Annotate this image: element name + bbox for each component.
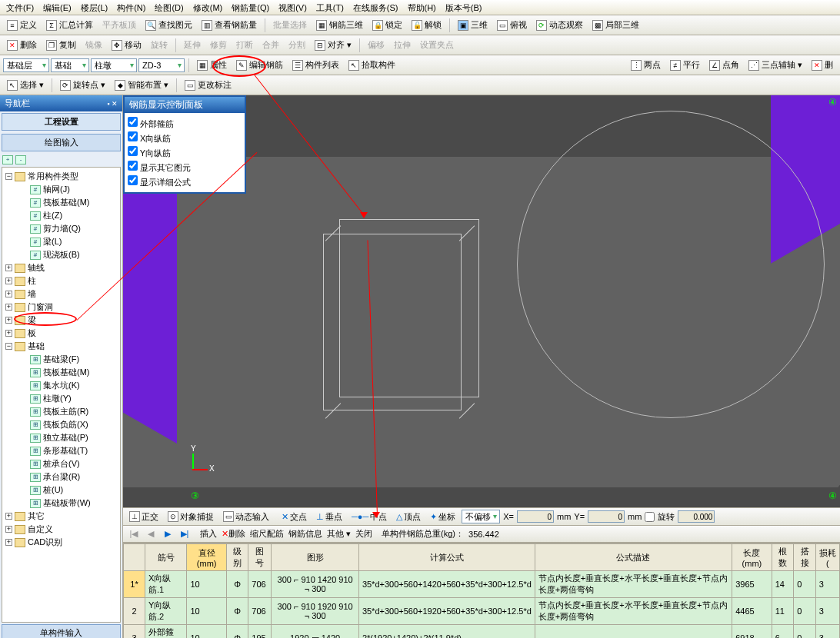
menu-item[interactable]: 楼层(L) bbox=[76, 0, 112, 15]
osnap-button[interactable]: ⊙对象捕捉 bbox=[165, 510, 217, 524]
rebar-3d-button[interactable]: ▦钢筋三维 bbox=[312, 17, 367, 33]
sum-button[interactable]: Σ汇总计算 bbox=[42, 17, 97, 33]
column-header[interactable]: 公式描述 bbox=[535, 544, 732, 571]
unlock-button[interactable]: 🔓解锁 bbox=[408, 17, 445, 33]
menu-item[interactable]: 钢筋量(Q) bbox=[227, 0, 274, 15]
comp-list-button[interactable]: ☰构件列表 bbox=[288, 57, 343, 73]
prev-button[interactable]: ◀ bbox=[145, 528, 157, 540]
local-3d-button[interactable]: ▩局部三维 bbox=[588, 17, 643, 33]
dyn-view-button[interactable]: ⟳动态观察 bbox=[532, 17, 587, 33]
trim-button[interactable]: 修剪 bbox=[206, 37, 231, 53]
offset-dropdown[interactable]: 不偏移 bbox=[462, 510, 500, 523]
tree-item[interactable]: ⊞桩(U) bbox=[18, 483, 120, 497]
tree-folder[interactable]: +门窗洞 bbox=[2, 301, 120, 314]
tree-item[interactable]: ⊞基础梁(F) bbox=[18, 353, 120, 366]
del-aux-button[interactable]: ✕删 bbox=[808, 57, 837, 73]
table-row[interactable]: 2Y向纵筋.210Φ706300 ⌐ 910 1920 910 ¬ 30035*… bbox=[124, 598, 840, 625]
expand-icon[interactable]: + bbox=[2, 155, 13, 164]
tree-item[interactable]: #现浇板(B) bbox=[18, 248, 120, 261]
rebar-filter-checkbox[interactable] bbox=[128, 161, 138, 171]
column-header[interactable]: 图号 bbox=[248, 544, 272, 571]
tree-item[interactable]: ⊞集水坑(K) bbox=[18, 379, 120, 392]
nav-panel-draw[interactable]: 绘图输入 bbox=[2, 134, 121, 151]
tree-folder[interactable]: +柱 bbox=[2, 274, 120, 287]
delete-row-button[interactable]: ✕删除 bbox=[222, 528, 245, 540]
menu-item[interactable]: 视图(V) bbox=[274, 0, 312, 15]
rebar-filter-checkbox[interactable] bbox=[128, 131, 138, 141]
rebar-filter-item[interactable]: 显示详细公式 bbox=[128, 174, 242, 189]
stretch-button[interactable]: 拉伸 bbox=[390, 37, 415, 53]
table-row[interactable]: 1*X向纵筋.110Φ706300 ⌐ 910 1420 910 ¬ 30035… bbox=[124, 571, 840, 598]
split-button[interactable]: 分割 bbox=[285, 37, 309, 53]
tree-folder[interactable]: +其它 bbox=[2, 510, 120, 523]
inter-snap[interactable]: ✕交点 bbox=[278, 510, 310, 524]
column-header[interactable]: 级别 bbox=[226, 544, 248, 571]
attr-button[interactable]: ▦属性 bbox=[193, 57, 231, 73]
x-input[interactable] bbox=[517, 510, 554, 523]
menu-item[interactable]: 编辑(E) bbox=[38, 0, 76, 15]
rebar-filter-checkbox[interactable] bbox=[128, 117, 138, 127]
copy-button[interactable]: ❐复制 bbox=[42, 37, 80, 53]
select-button[interactable]: ↖选择 ▾ bbox=[3, 77, 48, 93]
collapse-icon[interactable]: - bbox=[15, 155, 26, 164]
axis-snap[interactable]: ✦坐标 bbox=[427, 510, 458, 524]
first-button[interactable]: |◀ bbox=[128, 528, 140, 540]
next-button[interactable]: ▶ bbox=[162, 528, 174, 540]
close-table-button[interactable]: 关闭 bbox=[355, 528, 372, 540]
rebar-filter-item[interactable]: Y向纵筋 bbox=[128, 145, 242, 160]
smart-button[interactable]: ◆智能布置 ▾ bbox=[111, 77, 172, 93]
rot-pt-button[interactable]: ⟳旋转点 ▾ bbox=[56, 77, 109, 93]
column-header[interactable]: 长度(mm) bbox=[732, 544, 772, 571]
rebar-filter-item[interactable]: X向纵筋 bbox=[128, 131, 242, 145]
find-element-button[interactable]: 🔍查找图元 bbox=[142, 17, 196, 33]
merge-button[interactable]: 合并 bbox=[258, 37, 283, 53]
other-button[interactable]: 其他 ▾ bbox=[327, 528, 351, 540]
tree-item[interactable]: ⊞独立基础(P) bbox=[18, 431, 120, 444]
tree-item[interactable]: #剪力墙(Q) bbox=[18, 222, 120, 235]
menu-item[interactable]: 在线服务(S) bbox=[348, 0, 403, 15]
floor-dropdown[interactable]: 基础层 bbox=[3, 58, 49, 72]
column-header[interactable]: 根数 bbox=[772, 544, 794, 571]
view-rebar-qty-button[interactable]: ▥查看钢筋量 bbox=[198, 17, 261, 33]
menu-item[interactable]: 版本号(B) bbox=[441, 0, 487, 15]
rebar-filter-checkbox[interactable] bbox=[128, 175, 138, 185]
perp-snap[interactable]: ⊥垂点 bbox=[313, 510, 345, 524]
define-button[interactable]: ≡定义 bbox=[3, 17, 41, 33]
tree-jichu[interactable]: −基础 bbox=[2, 340, 120, 353]
pt-angle-button[interactable]: ∠点角 bbox=[705, 57, 743, 73]
pivot-button[interactable]: 设置夹点 bbox=[416, 37, 458, 53]
3d-view[interactable]: XY ③ ④ ④ 钢筋显示控制面板 外部箍筋 X向纵筋 Y向纵筋 显示其它图元 … bbox=[123, 95, 840, 507]
extend-button[interactable]: 延伸 bbox=[180, 37, 205, 53]
mid-snap[interactable]: ─●─中点 bbox=[348, 510, 390, 524]
align2-button[interactable]: ⊟对齐 ▾ bbox=[311, 37, 355, 53]
column-header[interactable]: 图形 bbox=[272, 544, 358, 571]
align-button[interactable]: 平齐板顶 bbox=[98, 17, 140, 33]
tree-item[interactable]: #筏板基础(M) bbox=[18, 196, 120, 209]
column-header[interactable]: 筋号 bbox=[145, 544, 187, 571]
menu-item[interactable]: 帮助(H) bbox=[403, 0, 441, 15]
rebar-filter-checkbox[interactable] bbox=[128, 146, 138, 156]
column-header[interactable]: 直径(mm) bbox=[187, 544, 226, 571]
rebar-filter-item[interactable]: 显示其它图元 bbox=[128, 160, 242, 174]
last-button[interactable]: ▶| bbox=[178, 528, 191, 540]
tree-folder[interactable]: +CAD识别 bbox=[2, 536, 120, 549]
tree-item[interactable]: ⊞基础板带(W) bbox=[18, 497, 120, 510]
mod-anno-button[interactable]: ▭更改标注 bbox=[181, 77, 235, 93]
lock-button[interactable]: 🔒锁定 bbox=[368, 17, 406, 33]
nav-panel-project[interactable]: 工程设置 bbox=[2, 113, 121, 131]
tree-item[interactable]: #柱(Z) bbox=[18, 209, 120, 222]
rebar-filter-item[interactable]: 外部箍筋 bbox=[128, 116, 242, 131]
offset-button[interactable]: 偏移 bbox=[364, 37, 388, 53]
table-row[interactable]: 3外部箍筋.110Φ1951920 ▭ 14202*(1920+1420)+2*… bbox=[124, 625, 840, 639]
insert-row-button[interactable]: 插入 bbox=[200, 528, 217, 540]
nav-panel-single[interactable]: 单构件输入 bbox=[2, 624, 121, 638]
top-view-button[interactable]: ▭俯视 bbox=[493, 17, 531, 33]
view-3d-button[interactable]: ▣三维 bbox=[454, 17, 492, 33]
element-type-dropdown[interactable]: 柱墩 bbox=[91, 58, 137, 72]
tree-item[interactable]: ⊞柱墩(Y) bbox=[18, 392, 120, 405]
column-header[interactable]: 损耗( bbox=[815, 544, 839, 571]
column-header[interactable]: 搭接 bbox=[794, 544, 815, 571]
menu-item[interactable]: 绘图(D) bbox=[150, 0, 188, 15]
end-snap[interactable]: △顶点 bbox=[393, 510, 424, 524]
tree-item[interactable]: ⊞条形基础(T) bbox=[18, 444, 120, 457]
